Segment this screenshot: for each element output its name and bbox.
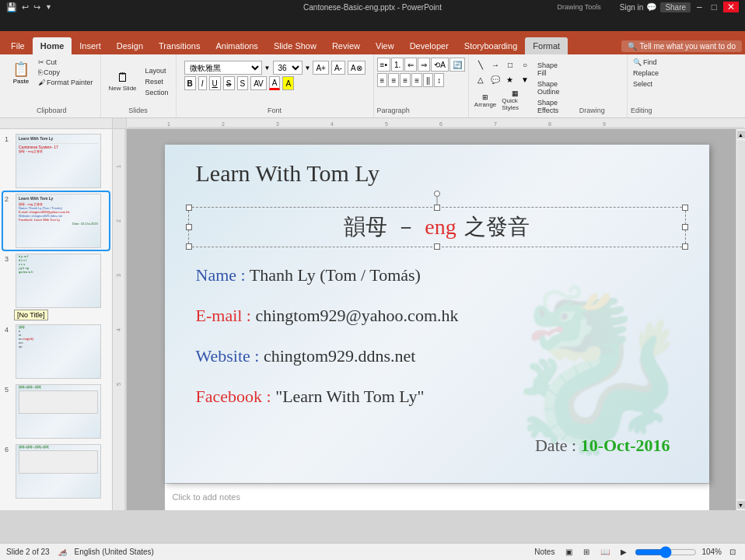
customize-icon[interactable]: ▼ [45, 3, 52, 11]
reading-view-btn[interactable]: 📖 [597, 547, 613, 557]
shape-fill-btn[interactable]: Shape Fill [535, 61, 562, 78]
normal-view-btn[interactable]: ▣ [562, 547, 575, 557]
convert-smartart-btn[interactable]: 🔄 [449, 58, 465, 72]
align-right-btn[interactable]: ≡ [400, 73, 411, 87]
highlight-btn[interactable]: A [282, 76, 294, 90]
handle-mr[interactable] [682, 224, 688, 230]
quick-styles-button[interactable]: ▦ Quick Styles [498, 88, 532, 113]
slide-item-2[interactable]: 2 Learn With Tom Ly 韻母 - eng 之發音 Name: T… [3, 192, 109, 250]
shape-callout[interactable]: 💬 [488, 72, 502, 86]
redo-icon[interactable]: ↪ [33, 2, 40, 12]
accessibility-icon[interactable]: 🦽 [58, 548, 67, 556]
columns-btn[interactable]: || [423, 73, 433, 87]
font-decrease-btn[interactable]: A- [331, 61, 345, 75]
paste-button[interactable]: 📋 Paste [8, 58, 34, 87]
reset-button[interactable]: Reset [143, 77, 171, 86]
sign-in-btn[interactable]: Sign in [620, 3, 644, 12]
font-name-expand[interactable]: ▼ [264, 65, 271, 72]
handle-tl[interactable] [186, 205, 192, 211]
save-icon[interactable]: 💾 [6, 2, 17, 12]
justify-btn[interactable]: ≡ [411, 73, 422, 87]
tab-file[interactable]: File [3, 37, 33, 54]
find-btn[interactable]: 🔍 Find [631, 58, 661, 67]
share-btn[interactable]: Share [660, 2, 691, 12]
shape-line[interactable]: ╲ [474, 58, 488, 72]
tab-storyboarding[interactable]: Storyboarding [456, 37, 526, 54]
new-slide-button[interactable]: 🗒 New Slide [106, 69, 140, 93]
font-size-expand[interactable]: ▼ [305, 65, 311, 72]
handle-tr[interactable] [682, 205, 688, 211]
numbering-btn[interactable]: 1. [391, 58, 404, 72]
line-spacing-btn[interactable]: ↕ [434, 73, 444, 87]
cut-button[interactable]: ✂ Cut [36, 58, 96, 67]
shadow-btn[interactable]: S [237, 76, 249, 90]
handle-bm[interactable] [434, 243, 440, 250]
tab-animations[interactable]: Animations [208, 37, 265, 54]
tab-transitions[interactable]: Transitions [151, 37, 208, 54]
slide-item-4[interactable]: 4 韻母 e ei eu eng(ek) em ep [3, 323, 109, 380]
font-increase-btn[interactable]: A+ [313, 61, 329, 75]
slide-item-1[interactable]: 1 Learn With Tom Ly Cantonese System- 17… [3, 132, 109, 190]
slide-item-6[interactable]: 6 韻母+韻母+韻尾+韻尾 [3, 443, 109, 500]
tab-slideshow[interactable]: Slide Show [266, 37, 324, 54]
subtitle-textbox[interactable]: 韻母 － eng 之發音 [188, 207, 686, 247]
fit-slide-btn[interactable]: ⊡ [726, 547, 739, 557]
feedback-icon[interactable]: 💬 [646, 2, 657, 12]
underline-btn[interactable]: U [209, 76, 221, 90]
minimize-btn[interactable]: – [694, 2, 705, 12]
tell-me-search[interactable]: 🔍 Tell me what you want to do [621, 40, 742, 52]
italic-btn[interactable]: I [198, 76, 207, 90]
arrange-button[interactable]: ⊞ Arrange [474, 88, 497, 113]
font-color-btn[interactable]: A [269, 76, 281, 90]
shape-tri[interactable]: △ [474, 72, 488, 86]
notes-toggle[interactable]: Notes [531, 547, 558, 557]
handle-tm[interactable] [434, 205, 440, 211]
scrollbar-right[interactable]: ▲ ▼ [736, 129, 745, 510]
font-name-select[interactable]: 微軟雅黑 [184, 61, 262, 75]
bold-btn[interactable]: B [184, 76, 196, 90]
tab-developer[interactable]: Developer [402, 37, 456, 54]
tab-view[interactable]: View [368, 37, 402, 54]
close-btn[interactable]: ✕ [723, 2, 739, 12]
slide-sorter-btn[interactable]: ⊞ [580, 547, 593, 557]
maximize-btn[interactable]: □ [708, 2, 720, 12]
select-btn[interactable]: Select [631, 79, 661, 89]
clear-formatting-btn[interactable]: A⊗ [348, 61, 366, 75]
notes-area[interactable]: Click to add notes [165, 483, 709, 510]
rotate-handle[interactable] [434, 191, 440, 197]
align-center-btn[interactable]: ≡ [388, 73, 399, 87]
copy-button[interactable]: ⎘ Copy [36, 68, 96, 77]
shape-star[interactable]: ★ [503, 72, 517, 86]
scroll-down-btn[interactable]: ▼ [737, 501, 745, 509]
shape-outline-btn[interactable]: Shape Outline [535, 79, 562, 96]
spacing-btn[interactable]: AV [250, 76, 267, 90]
scroll-thumb[interactable] [737, 140, 745, 499]
tab-insert[interactable]: Insert [72, 37, 109, 54]
slide-canvas[interactable]: 🐉 Learn With Tom Ly 韻母 [165, 145, 709, 483]
font-size-select[interactable]: 36 [273, 61, 303, 75]
layout-button[interactable]: Layout [143, 66, 171, 75]
bullets-btn[interactable]: ≡• [377, 58, 390, 72]
tab-design[interactable]: Design [109, 37, 151, 54]
replace-btn[interactable]: Replace [631, 68, 661, 78]
slide-item-3[interactable]: 3 b p m f d t n l z c s j g k ng gw kw w… [3, 252, 109, 310]
zoom-slider[interactable] [635, 548, 697, 557]
shape-rect[interactable]: □ [503, 58, 517, 72]
shape-more[interactable]: ▼ [518, 72, 532, 86]
strikethrough-btn[interactable]: S [223, 76, 235, 90]
undo-icon[interactable]: ↩ [22, 2, 29, 12]
slide-title[interactable]: Learn With Tom Ly [196, 160, 379, 187]
shape-oval[interactable]: ○ [518, 58, 532, 72]
increase-indent-btn[interactable]: ⇒ [418, 58, 430, 72]
handle-bl[interactable] [186, 243, 192, 250]
decrease-indent-btn[interactable]: ⇐ [404, 58, 417, 72]
tab-home[interactable]: Home [33, 37, 72, 54]
scroll-up-btn[interactable]: ▲ [737, 131, 745, 138]
handle-br[interactable] [682, 243, 688, 250]
tab-format[interactable]: Format [525, 37, 568, 54]
slide-item-5[interactable]: 5 韻母+韻母+韻尾 [3, 383, 109, 440]
section-button[interactable]: Section [143, 88, 171, 97]
tab-review[interactable]: Review [324, 37, 368, 54]
shape-effects-btn[interactable]: Shape Effects [535, 98, 562, 115]
format-painter-button[interactable]: 🖌 Format Painter [36, 78, 96, 87]
